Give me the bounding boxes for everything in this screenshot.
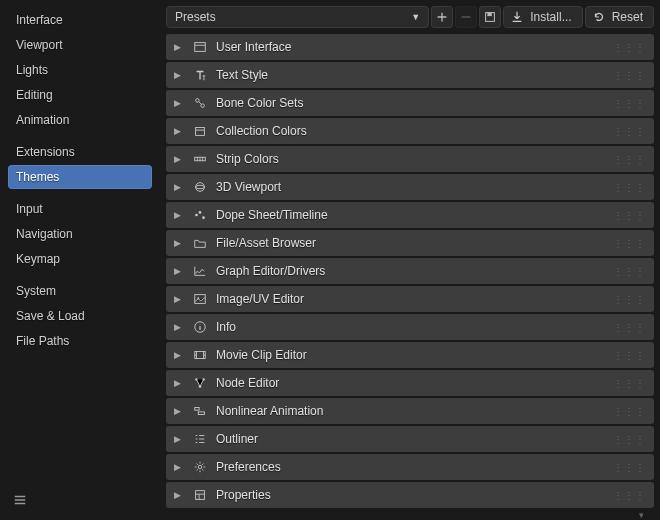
hamburger-icon [13,493,27,507]
theme-panel--d-viewport[interactable]: ▶3D Viewport⋮⋮⋮ [166,174,654,200]
chevron-right-icon: ▶ [174,182,184,192]
toolbar: Presets ▼ Install... Reset [166,6,654,28]
drag-handle-icon[interactable]: ⋮⋮⋮ [613,322,646,333]
svg-point-3 [196,99,200,103]
panel-label: Info [216,320,236,334]
theme-panel-outliner[interactable]: ▶Outliner⋮⋮⋮ [166,426,654,452]
chevron-right-icon: ▶ [174,490,184,500]
sidebar-item-viewport[interactable]: Viewport [8,33,152,57]
sidebar-item-save-load[interactable]: Save & Load [8,304,152,328]
theme-panel-strip-colors[interactable]: ▶Strip Colors⋮⋮⋮ [166,146,654,172]
drag-handle-icon[interactable]: ⋮⋮⋮ [613,266,646,277]
install-button[interactable]: Install... [503,6,582,28]
theme-panel-nonlinear-animation[interactable]: ▶Nonlinear Animation⋮⋮⋮ [166,398,654,424]
hamburger-menu-button[interactable] [8,488,32,512]
dope-icon [192,207,208,223]
props-icon [192,487,208,503]
save-preset-button[interactable] [479,6,501,28]
svg-point-7 [196,183,205,192]
theme-panel-collection-colors[interactable]: ▶Collection Colors⋮⋮⋮ [166,118,654,144]
chevron-right-icon: ▶ [174,266,184,276]
svg-point-11 [202,216,205,219]
preset-label: Presets [175,10,216,24]
drag-handle-icon[interactable]: ⋮⋮⋮ [613,378,646,389]
drag-handle-icon[interactable]: ⋮⋮⋮ [613,462,646,473]
theme-panel-preferences[interactable]: ▶Preferences⋮⋮⋮ [166,454,654,480]
drag-handle-icon[interactable]: ⋮⋮⋮ [613,490,646,501]
bone-icon [192,95,208,111]
sidebar-item-lights[interactable]: Lights [8,58,152,82]
image-icon [192,291,208,307]
sidebar-item-input[interactable]: Input [8,197,152,221]
strip-icon [192,151,208,167]
drag-handle-icon[interactable]: ⋮⋮⋮ [613,70,646,81]
sidebar-item-extensions[interactable]: Extensions [8,140,152,164]
chevron-right-icon: ▶ [174,98,184,108]
theme-panel-file-asset-browser[interactable]: ▶File/Asset Browser⋮⋮⋮ [166,230,654,256]
drag-handle-icon[interactable]: ⋮⋮⋮ [613,210,646,221]
panel-label: Collection Colors [216,124,307,138]
sidebar-item-keymap[interactable]: Keymap [8,247,152,271]
panel-label: Preferences [216,460,281,474]
svg-rect-1 [488,13,492,17]
window-icon [192,39,208,55]
svg-rect-22 [196,491,205,500]
theme-panel-properties[interactable]: ▶Properties⋮⋮⋮ [166,482,654,508]
undo-icon [592,10,606,24]
preset-dropdown[interactable]: Presets ▼ [166,6,429,28]
panel-label: Strip Colors [216,152,279,166]
sidebar-item-editing[interactable]: Editing [8,83,152,107]
svg-rect-19 [195,408,199,411]
chevron-right-icon: ▶ [174,42,184,52]
svg-rect-20 [198,412,204,415]
sidebar-item-system[interactable]: System [8,279,152,303]
remove-preset-button[interactable] [455,6,477,28]
theme-panel-dope-sheet-timeline[interactable]: ▶Dope Sheet/Timeline⋮⋮⋮ [166,202,654,228]
reset-label: Reset [612,10,643,24]
drag-handle-icon[interactable]: ⋮⋮⋮ [613,126,646,137]
panel-label: Nonlinear Animation [216,404,323,418]
theme-panel-user-interface[interactable]: ▶User Interface⋮⋮⋮ [166,34,654,60]
sidebar-item-interface[interactable]: Interface [8,8,152,32]
theme-panel-text-style[interactable]: ▶Text Style⋮⋮⋮ [166,62,654,88]
drag-handle-icon[interactable]: ⋮⋮⋮ [613,434,646,445]
theme-panel-graph-editor-drivers[interactable]: ▶Graph Editor/Drivers⋮⋮⋮ [166,258,654,284]
sidebar-item-navigation[interactable]: Navigation [8,222,152,246]
add-preset-button[interactable] [431,6,453,28]
movie-icon [192,347,208,363]
sidebar-item-themes[interactable]: Themes [8,165,152,189]
theme-panel-list: ▶User Interface⋮⋮⋮▶Text Style⋮⋮⋮▶Bone Co… [166,34,654,508]
info-icon [192,319,208,335]
theme-panel-node-editor[interactable]: ▶Node Editor⋮⋮⋮ [166,370,654,396]
panel-label: Outliner [216,432,258,446]
reset-button[interactable]: Reset [585,6,654,28]
theme-panel-image-uv-editor[interactable]: ▶Image/UV Editor⋮⋮⋮ [166,286,654,312]
preferences-sidebar: InterfaceViewportLightsEditingAnimationE… [0,0,160,520]
graph-icon [192,263,208,279]
drag-handle-icon[interactable]: ⋮⋮⋮ [613,406,646,417]
sidebar-item-animation[interactable]: Animation [8,108,152,132]
theme-panel-movie-clip-editor[interactable]: ▶Movie Clip Editor⋮⋮⋮ [166,342,654,368]
chevron-right-icon: ▶ [174,210,184,220]
chevron-right-icon: ▶ [174,154,184,164]
main-content: Presets ▼ Install... Reset ▶User Interfa… [160,0,660,520]
drag-handle-icon[interactable]: ⋮⋮⋮ [613,154,646,165]
svg-point-9 [195,214,198,217]
chevron-down-icon: ▼ [411,12,420,22]
drag-handle-icon[interactable]: ⋮⋮⋮ [613,350,646,361]
theme-panel-info[interactable]: ▶Info⋮⋮⋮ [166,314,654,340]
chevron-right-icon: ▶ [174,70,184,80]
prefs-icon [192,459,208,475]
chevron-right-icon: ▶ [174,462,184,472]
theme-panel-bone-color-sets[interactable]: ▶Bone Color Sets⋮⋮⋮ [166,90,654,116]
minus-icon [459,10,473,24]
drag-handle-icon[interactable]: ⋮⋮⋮ [613,238,646,249]
outliner-icon [192,431,208,447]
sidebar-item-file-paths[interactable]: File Paths [8,329,152,353]
panel-label: Graph Editor/Drivers [216,264,325,278]
drag-handle-icon[interactable]: ⋮⋮⋮ [613,182,646,193]
node-icon [192,375,208,391]
drag-handle-icon[interactable]: ⋮⋮⋮ [613,98,646,109]
drag-handle-icon[interactable]: ⋮⋮⋮ [613,294,646,305]
drag-handle-icon[interactable]: ⋮⋮⋮ [613,42,646,53]
